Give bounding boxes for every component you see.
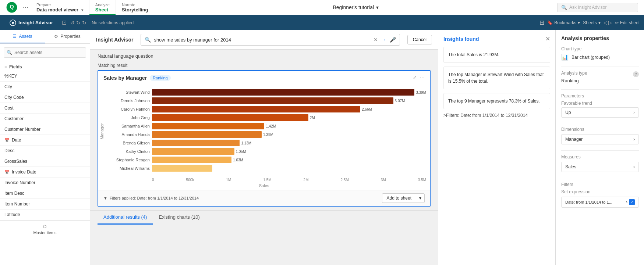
bar-fill xyxy=(152,106,360,112)
field-item[interactable]: Customer Number xyxy=(0,124,90,135)
field-name: Customer xyxy=(4,116,24,121)
tab-analyze-top: Analyze xyxy=(95,3,110,7)
bar-value: 3.39M xyxy=(416,90,426,94)
field-name: %KEY xyxy=(4,74,17,79)
help-icon[interactable]: ? xyxy=(633,71,639,77)
field-item[interactable]: 📅Invoice Date xyxy=(0,167,90,178)
analysis-type-value: Ranking xyxy=(561,78,639,83)
bar-name: Carolyn Halmon xyxy=(109,107,150,111)
analysis-type-section: Analysis type ? Ranking xyxy=(561,71,639,83)
second-bar-right: ⊞ 🔖 Bookmarks ▾ Sheets ▾ ◁ ▷ ✏ Edit shee… xyxy=(539,19,640,26)
field-item[interactable]: Item Number xyxy=(0,199,90,210)
properties-icon: ⚙ xyxy=(54,34,58,39)
tutorial-selector[interactable]: Beginner's tutorial ▾ xyxy=(333,4,379,10)
insights-close-icon[interactable]: ✕ xyxy=(545,35,550,42)
chevron-filter-icon: › xyxy=(626,200,627,205)
insight-cards: The total Sales is 21.93M.The top Manage… xyxy=(443,47,550,109)
filter-date-row[interactable]: Date: from 1/1/2014 to 1... › ✓ xyxy=(561,197,639,208)
bar-row: Dennis Johnson3.07M xyxy=(109,97,426,104)
sidebar-tab-properties[interactable]: ⚙ Properties xyxy=(45,30,90,43)
bar-outer: 1.13M xyxy=(152,140,426,146)
insight-advisor-button[interactable]: Insight Advisor xyxy=(4,15,58,30)
no-selections-label: No selections applied xyxy=(92,20,134,25)
add-to-sheet-button[interactable]: Add to sheet ▾ xyxy=(382,193,425,203)
chart-footer: ▼ Filters applied: Date: from 1/1/2014 t… xyxy=(98,190,430,206)
tab-additional-results[interactable]: Additional results (4) xyxy=(98,211,153,225)
insights-header: Insights found ✕ xyxy=(443,35,550,42)
nlq-input[interactable] xyxy=(154,37,370,43)
filter-checkbox[interactable]: ✓ xyxy=(629,199,635,205)
chart-menu-icon[interactable]: ··· xyxy=(420,75,425,81)
field-item[interactable]: City Code xyxy=(0,92,90,103)
expand-icon[interactable]: ⤢ xyxy=(413,75,417,81)
field-item[interactable]: %KEY xyxy=(0,71,90,82)
cancel-button[interactable]: Cancel xyxy=(407,35,432,44)
tab-analyze[interactable]: Analyze Sheet xyxy=(89,0,116,15)
fields-label-section: ≡ Fields xyxy=(0,61,90,71)
search-send-icon[interactable]: → xyxy=(381,36,387,43)
field-item[interactable]: Latitude xyxy=(0,210,90,220)
favorable-trend-value: Up xyxy=(565,110,571,115)
sheets-button[interactable]: Sheets ▾ xyxy=(583,20,600,25)
bookmarks-button[interactable]: 🔖 Bookmarks ▾ xyxy=(547,20,580,25)
field-name: Desc xyxy=(4,148,14,153)
field-item[interactable]: GrossSales xyxy=(0,156,90,167)
field-item[interactable]: Item Desc xyxy=(0,188,90,199)
favorable-trend-selector[interactable]: Up › xyxy=(561,107,639,118)
grid-icon[interactable]: ⊞ xyxy=(539,19,544,26)
master-items-icon: ⬡ xyxy=(43,224,47,229)
back-arrow-icon[interactable]: ↺ xyxy=(70,20,75,26)
tab-existing-charts[interactable]: Existing charts (10) xyxy=(153,211,206,225)
redo-arrow-icon[interactable]: ↻ xyxy=(82,20,86,26)
fields-icon: ≡ xyxy=(4,64,7,69)
x-axis-tick: 3M xyxy=(381,178,386,182)
tab-prepare-bottom: Data model viewer ▾ xyxy=(36,7,83,12)
bar-row: Stewart Wind3.39M xyxy=(109,89,426,96)
chart-container: Sales by Manager Ranking ⤢ ··· Manager S… xyxy=(98,70,431,207)
edit-sheet-button[interactable]: ✏ Edit sheet xyxy=(615,20,640,25)
assets-icon: ☰ xyxy=(13,34,17,39)
sidebar-tab-assets[interactable]: ☰ Assets xyxy=(0,30,45,43)
bar-value: 3.07M xyxy=(395,99,405,103)
field-item[interactable]: City xyxy=(0,82,90,92)
field-item[interactable]: Invoice Number xyxy=(0,178,90,188)
measure-sales[interactable]: Sales › xyxy=(561,162,639,172)
dimension-manager[interactable]: Manager › xyxy=(561,134,639,144)
filter-text: Filters applied: Date: from 1/1/2014 to … xyxy=(110,196,199,200)
field-item[interactable]: 📅Date xyxy=(0,135,90,146)
field-item[interactable]: Desc xyxy=(0,146,90,156)
master-items-button[interactable]: ⬡ Master items xyxy=(0,221,90,239)
bar-outer: 3.07M xyxy=(152,97,426,104)
ask-insight-search[interactable]: 🔍 Ask Insight Advisor xyxy=(557,3,638,12)
bar-row: Carolyn Halmon2.66M xyxy=(109,106,426,112)
forward-arrow-icon[interactable]: ↻ xyxy=(76,20,81,26)
search-assets-input[interactable] xyxy=(4,47,86,58)
tab-narrate[interactable]: Narrate Storytelling xyxy=(116,0,155,15)
bar-row: John Greg2M xyxy=(109,114,426,121)
field-item[interactable]: Customer xyxy=(0,114,90,124)
bar-fill xyxy=(152,89,414,96)
selection-icon[interactable]: ⊡ xyxy=(62,19,67,26)
insights-title: Insights found xyxy=(443,36,479,42)
bar-fill xyxy=(152,148,234,155)
measure-value: Sales xyxy=(565,164,576,169)
search-icon: 🔍 xyxy=(561,5,567,10)
bar-outer: 2M xyxy=(152,114,426,121)
divider5 xyxy=(561,178,639,178)
chevron-measure-icon: › xyxy=(633,164,635,169)
more-options-icon[interactable]: ··· xyxy=(21,4,31,11)
search-mic-icon[interactable]: 🎤 xyxy=(390,37,396,43)
divider2 xyxy=(561,89,639,90)
insights-panel: Insights found ✕ The total Sales is 21.9… xyxy=(438,30,556,265)
x-axis-tick: 500k xyxy=(186,178,194,182)
tab-prepare[interactable]: Prepare Data model viewer ▾ xyxy=(31,0,89,15)
nlq-label-area: Natural language question xyxy=(90,50,438,60)
calendar-icon: 📅 xyxy=(4,138,10,143)
field-item[interactable]: Cost xyxy=(0,103,90,114)
bar-fill xyxy=(152,157,231,163)
analysis-type-label: Analysis type xyxy=(561,71,587,76)
bar-outer: 1.42M xyxy=(152,123,426,129)
insight-card: The total Sales is 21.93M. xyxy=(443,47,550,63)
search-clear-icon[interactable]: ✕ xyxy=(374,37,378,43)
nav-arrows: ↺ ↻ ↻ xyxy=(70,20,86,26)
